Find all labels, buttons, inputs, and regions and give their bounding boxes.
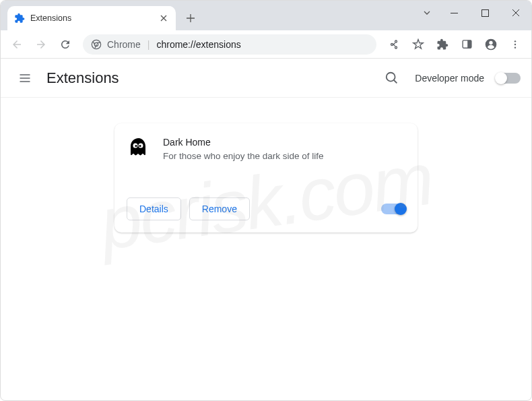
extensions-icon[interactable] bbox=[432, 34, 453, 55]
extension-puzzle-icon bbox=[14, 13, 25, 24]
content-area: Dark Home For those who enjoy the dark s… bbox=[1, 98, 531, 258]
developer-mode-label: Developer mode bbox=[415, 73, 484, 84]
forward-button[interactable] bbox=[30, 34, 52, 55]
bookmark-star-icon[interactable] bbox=[407, 34, 429, 55]
search-icon[interactable] bbox=[381, 67, 403, 89]
browser-tab[interactable]: Extensions bbox=[7, 6, 176, 30]
chrome-icon bbox=[91, 39, 102, 50]
svg-point-13 bbox=[135, 145, 137, 147]
close-tab-icon[interactable] bbox=[158, 13, 169, 24]
svg-rect-0 bbox=[481, 9, 488, 16]
svg-point-8 bbox=[514, 43, 516, 44]
window-controls bbox=[415, 1, 531, 25]
extension-description: For those who enjoy the dark side of lif… bbox=[163, 151, 405, 161]
chevron-down-icon[interactable] bbox=[415, 2, 438, 24]
share-icon[interactable] bbox=[383, 34, 405, 55]
extension-enable-toggle[interactable] bbox=[381, 204, 405, 214]
profile-icon[interactable] bbox=[480, 34, 502, 55]
back-button[interactable] bbox=[6, 34, 28, 55]
svg-point-9 bbox=[514, 47, 516, 48]
ghost-icon bbox=[127, 135, 151, 160]
address-prefix: Chrome bbox=[107, 39, 141, 50]
svg-point-14 bbox=[139, 145, 141, 147]
title-bar: Extensions bbox=[1, 1, 531, 30]
svg-rect-4 bbox=[467, 40, 471, 48]
svg-point-6 bbox=[489, 40, 492, 44]
minimize-button[interactable] bbox=[438, 2, 469, 24]
maximize-button[interactable] bbox=[469, 2, 500, 24]
address-bar[interactable]: Chrome | chrome://extensions bbox=[83, 34, 376, 55]
sidepanel-icon[interactable] bbox=[456, 34, 477, 55]
page-header: Extensions Developer mode bbox=[1, 59, 531, 98]
remove-button[interactable]: Remove bbox=[189, 197, 250, 220]
close-window-button[interactable] bbox=[500, 2, 531, 24]
details-button[interactable]: Details bbox=[127, 197, 181, 220]
svg-point-7 bbox=[514, 40, 516, 42]
reload-button[interactable] bbox=[55, 34, 76, 55]
new-tab-button[interactable] bbox=[181, 9, 200, 28]
page-title: Extensions bbox=[46, 69, 381, 87]
address-url: chrome://extensions bbox=[156, 39, 240, 50]
hamburger-menu-icon[interactable] bbox=[11, 65, 38, 92]
address-separator: | bbox=[147, 39, 150, 50]
browser-toolbar: Chrome | chrome://extensions bbox=[1, 30, 531, 59]
developer-mode-toggle[interactable] bbox=[496, 73, 521, 84]
extension-name: Dark Home bbox=[163, 137, 405, 148]
svg-point-10 bbox=[387, 72, 395, 81]
tab-title: Extensions bbox=[30, 13, 158, 23]
extension-card: Dark Home For those who enjoy the dark s… bbox=[114, 123, 418, 233]
menu-dots-icon[interactable] bbox=[504, 34, 526, 55]
